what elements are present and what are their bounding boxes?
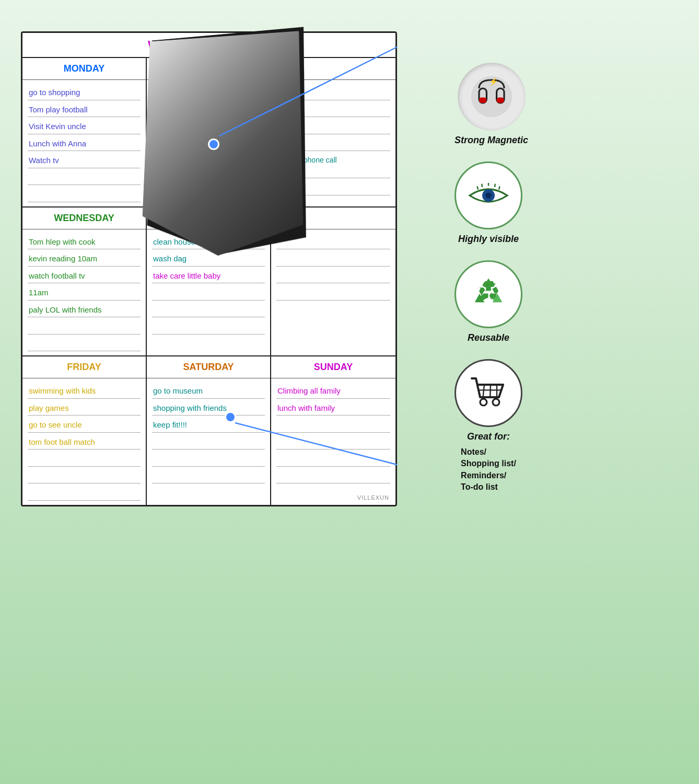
svg-line-10 bbox=[477, 186, 478, 189]
task-item-empty: _ bbox=[152, 302, 265, 318]
svg-point-9 bbox=[485, 192, 491, 198]
brand-label: VILLEXUN bbox=[357, 494, 389, 501]
feature-great-for: Great for: Notes/Shopping list/Reminders… bbox=[455, 359, 522, 493]
task-item: take care little baby bbox=[152, 268, 265, 284]
task-item-empty: _ bbox=[276, 284, 390, 301]
eye-icon bbox=[468, 175, 509, 216]
cart-icon-circle bbox=[455, 359, 522, 427]
task-item-empty: _ bbox=[152, 468, 265, 484]
task-item-empty: _ bbox=[28, 169, 141, 186]
task-item: Visit Kevin uncle bbox=[28, 118, 141, 134]
sunday-tasks: Climbing all family lunch with family _ … bbox=[271, 378, 395, 488]
svg-line-16 bbox=[483, 385, 484, 397]
friday-cell: FRIDAY swimming with kids play games go … bbox=[22, 356, 147, 505]
task-item: watch football tv bbox=[28, 268, 141, 284]
task-item-empty: _ bbox=[28, 186, 141, 202]
task-item: paly LOL with friends bbox=[28, 302, 141, 318]
eye-icon-circle bbox=[455, 162, 522, 229]
sunday-header: SUNDAY bbox=[271, 356, 395, 378]
task-item: go to museum bbox=[152, 383, 265, 399]
task-item: go to see uncle bbox=[28, 417, 141, 433]
recycle-icon: ♻ bbox=[468, 273, 509, 315]
task-item: swimming with kids bbox=[28, 383, 141, 399]
svg-text:♻: ♻ bbox=[477, 276, 500, 305]
wednesday-cell: WEDNESDAY Tom hlep with cook kevin readi… bbox=[22, 207, 147, 356]
task-item: wash dag bbox=[152, 250, 265, 267]
flap-overlay bbox=[141, 31, 304, 262]
task-item-empty: _ bbox=[276, 250, 390, 267]
svg-point-21 bbox=[493, 399, 499, 406]
svg-line-14 bbox=[499, 186, 500, 189]
task-item-empty: _ bbox=[152, 284, 265, 301]
task-item-empty: _ bbox=[276, 451, 390, 467]
monday-tasks: go to shopping Tom play football Visit K… bbox=[22, 80, 146, 206]
svg-point-20 bbox=[480, 399, 487, 406]
saturday-cell: SATURDAY go to museum shopping with frie… bbox=[147, 356, 271, 505]
recycle-icon-circle: ♻ bbox=[455, 260, 522, 328]
task-item: Lunch with Anna bbox=[28, 135, 141, 152]
task-item: Tom play football bbox=[28, 101, 141, 118]
cart-icon bbox=[468, 372, 509, 414]
task-item: 11am bbox=[28, 284, 141, 301]
task-item-empty: _ bbox=[276, 268, 390, 284]
task-item: Watch tv bbox=[28, 152, 141, 168]
planner-grid-bottom: FRIDAY swimming with kids play games go … bbox=[22, 356, 395, 505]
svg-text:⚡: ⚡ bbox=[489, 77, 498, 86]
visible-label: Highly visible bbox=[458, 234, 519, 245]
magnet-icon: ⚡ bbox=[471, 76, 512, 118]
reusable-label: Reusable bbox=[468, 332, 509, 343]
friday-tasks: swimming with kids play games go to see … bbox=[22, 378, 146, 505]
task-item-empty: _ bbox=[152, 451, 265, 467]
task-item-empty: _ bbox=[28, 451, 141, 467]
sunday-cell: SUNDAY Climbing all family lunch with fa… bbox=[271, 356, 395, 505]
task-item: Tom hlep with cook bbox=[28, 234, 141, 250]
saturday-tasks: go to museum shopping with friends keep … bbox=[147, 378, 270, 488]
task-item: lunch with family bbox=[276, 400, 390, 416]
svg-line-11 bbox=[482, 184, 482, 187]
task-item-empty: _ bbox=[152, 434, 265, 450]
monday-cell: MONDAY go to shopping Tom play football … bbox=[22, 58, 147, 206]
wednesday-header: WEDNESDAY bbox=[22, 207, 146, 229]
feature-visible: Highly visible bbox=[455, 162, 522, 245]
task-item: kevin reading 10am bbox=[28, 250, 141, 267]
svg-rect-5 bbox=[479, 98, 486, 103]
great-for-sublabel: Notes/Shopping list/Reminders/To-do list bbox=[461, 446, 516, 493]
magnet-icon-circle: ⚡ bbox=[458, 63, 526, 131]
svg-line-17 bbox=[490, 385, 491, 397]
task-item-empty: _ bbox=[28, 485, 141, 501]
saturday-header: SATURDAY bbox=[147, 356, 270, 378]
task-item-empty: _ bbox=[28, 336, 141, 352]
task-item: Climbing all family bbox=[276, 383, 390, 399]
main-container: WEEEKLY PLANNER MONDAY go to shopping To… bbox=[0, 0, 699, 527]
task-item: tom foot ball match bbox=[28, 434, 141, 450]
planner-wrapper: WEEEKLY PLANNER MONDAY go to shopping To… bbox=[21, 31, 428, 506]
blue-dot-bottom bbox=[225, 411, 236, 423]
task-item-empty: _ bbox=[28, 318, 141, 335]
great-for-label: Great for: bbox=[467, 431, 510, 442]
blue-dot-top bbox=[208, 139, 219, 150]
task-item-empty: _ bbox=[276, 417, 390, 433]
task-item: keep fit!!!! bbox=[152, 417, 265, 433]
friday-header: FRIDAY bbox=[22, 356, 146, 378]
features-panel: ⚡ Strong Magnetic bbox=[439, 31, 678, 506]
task-item: go to shopping bbox=[28, 84, 141, 100]
task-item-empty: _ bbox=[276, 468, 390, 484]
task-item-empty: _ bbox=[152, 318, 265, 335]
task-item: play games bbox=[28, 400, 141, 416]
task-item: shopping with friends bbox=[152, 400, 265, 416]
feature-magnetic: ⚡ Strong Magnetic bbox=[455, 63, 528, 146]
magnetic-label: Strong Magnetic bbox=[455, 135, 528, 146]
svg-line-13 bbox=[495, 184, 495, 187]
svg-rect-6 bbox=[496, 98, 504, 103]
task-item-empty: _ bbox=[276, 434, 390, 450]
task-item-empty: _ bbox=[28, 468, 141, 484]
wednesday-tasks: Tom hlep with cook kevin reading 10am wa… bbox=[22, 229, 146, 356]
monday-header: MONDAY bbox=[22, 58, 146, 80]
feature-reusable: ♻ Reusable bbox=[455, 260, 522, 343]
